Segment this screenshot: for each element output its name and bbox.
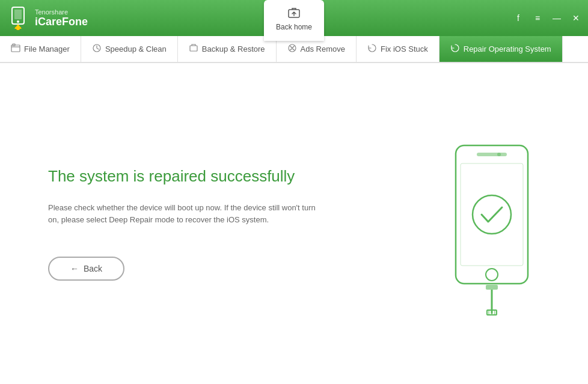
main-content: The system is repaired successfully Plea… (0, 63, 588, 384)
success-title: The system is repaired successfully (48, 166, 408, 187)
back-button[interactable]: ← Back (48, 257, 124, 281)
file-manager-icon (11, 43, 20, 55)
back-arrow-icon: ← (70, 264, 79, 273)
tab-file-manager-label: File Manager (24, 44, 70, 53)
brand-name: Tenorshare (35, 8, 88, 16)
tab-fix-ios[interactable]: Fix iOS Stuck (357, 36, 439, 62)
tab-speedup-label: Speedup & Clean (105, 44, 167, 53)
repair-os-icon (450, 43, 460, 55)
svg-marker-3 (14, 24, 22, 29)
tab-backup-restore[interactable]: Backup & Restore (178, 36, 277, 62)
tab-speedup-clean[interactable]: Speedup & Clean (81, 36, 178, 62)
svg-point-12 (497, 153, 501, 156)
logo-area: Tenorshare iCareFone (6, 6, 88, 30)
backup-icon (189, 43, 198, 55)
svg-rect-11 (477, 153, 507, 156)
svg-rect-14 (461, 163, 523, 266)
back-home-icon (288, 8, 300, 22)
tab-backup-label: Backup & Restore (202, 44, 265, 53)
back-home-button[interactable]: Back home (264, 0, 324, 41)
fix-ios-icon (367, 43, 377, 55)
svg-rect-8 (190, 46, 197, 51)
facebook-button[interactable]: f (512, 12, 524, 24)
menu-button[interactable]: ≡ (531, 12, 544, 24)
close-button[interactable]: ✕ (570, 12, 582, 24)
speedup-icon (92, 43, 102, 55)
product-name: iCareFone (35, 16, 88, 28)
svg-rect-16 (486, 285, 498, 290)
tab-file-manager[interactable]: File Manager (0, 36, 81, 62)
tab-repair-os-label: Repair Operating System (464, 44, 551, 53)
tab-fix-ios-label: Fix iOS Stuck (381, 44, 428, 53)
minimize-button[interactable]: — (551, 12, 563, 24)
back-home-label: Back home (276, 23, 312, 31)
window-controls: f ≡ — ✕ (512, 12, 582, 24)
logo-text: Tenorshare iCareFone (35, 8, 88, 28)
left-content: The system is repaired successfully Plea… (48, 166, 408, 281)
back-button-label: Back (84, 264, 102, 273)
titlebar: Tenorshare iCareFone Back home f ≡ — ✕ (0, 0, 588, 36)
ads-remove-icon (287, 43, 297, 55)
app-logo-icon (6, 6, 30, 30)
phone-illustration (444, 127, 540, 320)
success-description: Please check whether the device will boo… (48, 202, 325, 227)
svg-point-2 (17, 20, 19, 23)
phone-svg (450, 139, 534, 320)
tab-repair-os[interactable]: Repair Operating System (439, 36, 563, 62)
tab-ads-remove-label: Ads Remove (301, 44, 345, 53)
svg-rect-1 (14, 10, 22, 19)
svg-rect-5 (11, 45, 20, 52)
